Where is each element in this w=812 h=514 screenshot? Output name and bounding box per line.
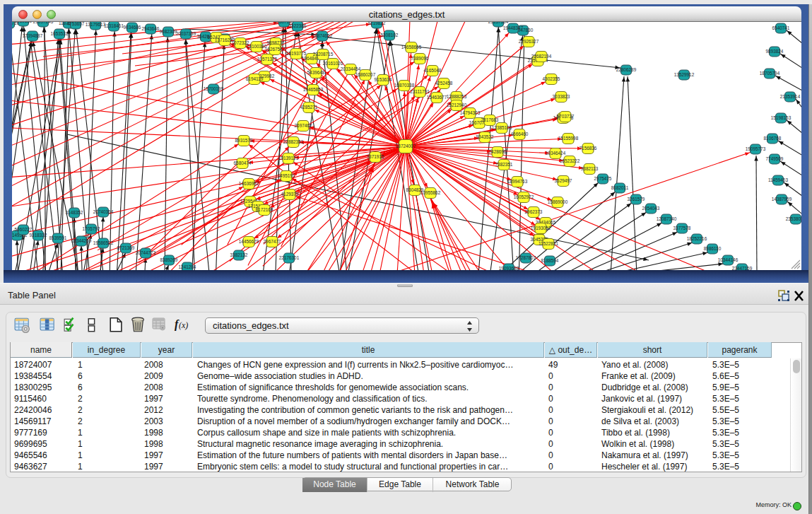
svg-text:7371915: 7371915 — [367, 154, 384, 159]
svg-text:8106768: 8106768 — [764, 136, 782, 141]
svg-text:19139121: 19139121 — [278, 156, 299, 160]
svg-text:4129379: 4129379 — [281, 192, 299, 197]
svg-text:8172169: 8172169 — [256, 207, 273, 212]
svg-text:7749509: 7749509 — [766, 156, 784, 161]
svg-text:12087340: 12087340 — [657, 216, 677, 221]
svg-text:4302355: 4302355 — [543, 76, 560, 81]
svg-text:16267547: 16267547 — [265, 47, 286, 52]
svg-text:4753657: 4753657 — [67, 22, 85, 26]
svg-text:18252216: 18252216 — [687, 236, 707, 241]
svg-text:20037339: 20037339 — [176, 31, 196, 36]
svg-text:13529912: 13529912 — [674, 72, 695, 77]
svg-text:3148352: 3148352 — [66, 210, 83, 215]
svg-text:5703737: 5703737 — [557, 114, 575, 119]
svg-text:5439648: 5439648 — [307, 70, 325, 75]
svg-text:4285271: 4285271 — [300, 105, 318, 110]
svg-text:15198153: 15198153 — [771, 115, 792, 120]
svg-text:21097245: 21097245 — [33, 22, 54, 24]
svg-text:12344269: 12344269 — [71, 238, 92, 243]
svg-text:19193052: 19193052 — [531, 226, 551, 230]
svg-text:15700199: 15700199 — [204, 86, 224, 91]
svg-text:23538074: 23538074 — [786, 216, 801, 221]
svg-text:2054043: 2054043 — [642, 206, 660, 211]
svg-text:2962373: 2962373 — [525, 209, 543, 214]
svg-text:15869000: 15869000 — [548, 199, 568, 204]
svg-text:9343522: 9343522 — [476, 134, 494, 139]
svg-text:20161026: 20161026 — [323, 61, 343, 66]
svg-text:5308102: 5308102 — [381, 33, 399, 37]
svg-text:18705794: 18705794 — [760, 71, 780, 76]
svg-text:19095773: 19095773 — [746, 146, 766, 151]
svg-text:2943646: 2943646 — [142, 26, 160, 31]
svg-text:6580474: 6580474 — [234, 160, 252, 165]
svg-text:11459463: 11459463 — [768, 177, 788, 182]
svg-text:(x): (x) — [179, 320, 188, 330]
svg-text:3382132: 3382132 — [230, 252, 248, 257]
svg-text:8304829: 8304829 — [406, 187, 424, 192]
svg-text:23111791: 23111791 — [410, 89, 430, 94]
svg-text:9034686: 9034686 — [124, 25, 141, 30]
svg-text:9082309: 9082309 — [160, 29, 177, 34]
svg-text:4666460: 4666460 — [511, 132, 529, 136]
svg-text:20334454: 20334454 — [341, 66, 361, 71]
svg-text:16052972: 16052972 — [514, 194, 534, 199]
svg-text:4165048: 4165048 — [424, 68, 442, 73]
svg-text:18724007: 18724007 — [396, 144, 416, 148]
svg-text:3529497: 3529497 — [555, 178, 572, 183]
svg-text:3033823: 3033823 — [553, 94, 570, 99]
svg-text:1019189: 1019189 — [15, 22, 33, 23]
svg-text:6540741: 6540741 — [772, 25, 790, 30]
svg-text:1653531: 1653531 — [51, 31, 69, 36]
svg-text:2697462: 2697462 — [295, 123, 312, 128]
svg-text:9893824: 9893824 — [766, 49, 784, 54]
svg-text:19448347: 19448347 — [503, 25, 524, 30]
svg-text:18994763: 18994763 — [507, 179, 528, 184]
svg-text:6194119: 6194119 — [246, 76, 264, 81]
svg-text:19465853: 19465853 — [303, 87, 324, 92]
svg-text:19586522: 19586522 — [93, 240, 114, 245]
svg-text:8721369: 8721369 — [117, 245, 135, 250]
svg-text:18874652: 18874652 — [312, 33, 333, 38]
svg-text:11522831: 11522831 — [539, 241, 558, 246]
svg-text:1495191: 1495191 — [278, 173, 295, 178]
svg-text:3322386: 3322386 — [289, 23, 307, 28]
svg-text:11318461: 11318461 — [104, 23, 124, 28]
svg-text:7156836: 7156836 — [579, 146, 597, 151]
svg-text:8682011: 8682011 — [611, 185, 629, 190]
svg-text:12888253: 12888253 — [447, 94, 467, 99]
svg-text:1241284: 1241284 — [179, 264, 196, 269]
svg-text:15463677: 15463677 — [427, 95, 447, 100]
svg-text:15155998: 15155998 — [558, 136, 579, 141]
svg-text:3377578: 3377578 — [673, 226, 691, 230]
svg-text:8188594: 8188594 — [541, 258, 559, 263]
svg-text:16860207: 16860207 — [355, 72, 376, 77]
svg-text:17287807: 17287807 — [516, 255, 536, 260]
svg-text:17394887: 17394887 — [23, 33, 43, 38]
svg-text:20740364: 20740364 — [93, 209, 114, 214]
svg-text:14456679: 14456679 — [239, 239, 259, 244]
svg-text:14100380: 14100380 — [247, 44, 267, 49]
svg-text:14387959: 14387959 — [772, 197, 792, 201]
svg-text:8986110: 8986110 — [704, 246, 722, 251]
svg-text:14658665: 14658665 — [401, 45, 422, 49]
svg-text:22806289: 22806289 — [616, 67, 637, 72]
svg-text:1705792: 1705792 — [83, 226, 100, 231]
svg-text:22682194: 22682194 — [531, 54, 552, 59]
svg-text:12385106: 12385106 — [492, 125, 512, 130]
svg-text:8389269: 8389269 — [160, 257, 178, 262]
svg-text:10346424: 10346424 — [546, 151, 566, 156]
svg-text:21353914: 21353914 — [780, 94, 801, 99]
svg-text:7389096: 7389096 — [411, 56, 429, 61]
svg-text:2975475: 2975475 — [594, 176, 612, 181]
svg-text:9318332: 9318332 — [30, 233, 47, 238]
svg-text:13179613: 13179613 — [86, 22, 106, 27]
svg-text:10571375: 10571375 — [257, 57, 278, 62]
svg-text:16870338: 16870338 — [394, 83, 415, 88]
svg-text:20744773: 20744773 — [136, 250, 156, 255]
svg-text:5219822: 5219822 — [368, 22, 386, 25]
svg-text:22882351: 22882351 — [283, 139, 304, 144]
svg-text:3261579: 3261579 — [628, 197, 645, 201]
svg-text:22926327: 22926327 — [519, 39, 539, 44]
svg-text:8539591: 8539591 — [49, 235, 67, 240]
svg-text:14636992: 14636992 — [239, 181, 259, 186]
